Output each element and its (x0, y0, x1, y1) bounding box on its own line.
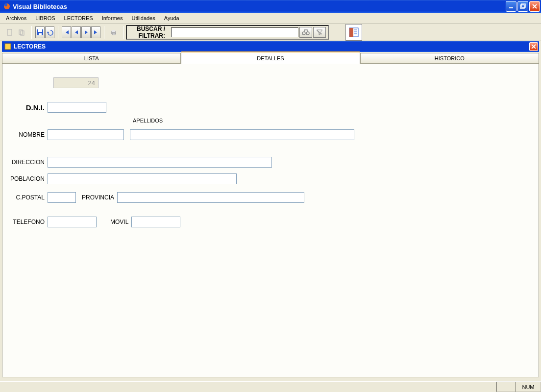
poblacion-input[interactable] (48, 173, 237, 184)
new-button[interactable] (4, 26, 16, 38)
svg-rect-21 (5, 44, 11, 49)
search-input[interactable] (171, 27, 298, 37)
svg-point-15 (306, 32, 309, 35)
search-panel: BUSCAR / FILTRAR: (126, 25, 329, 40)
label-cpostal: C.POSTAL (8, 194, 48, 201)
label-nombre: NOMBRE (8, 131, 48, 138)
prev-record-button[interactable] (72, 26, 81, 38)
app-icon (3, 2, 11, 10)
menu-lectores[interactable]: LECTORES (60, 14, 97, 22)
subwindow-icon (4, 43, 12, 50)
movil-input[interactable] (131, 217, 180, 227)
save-button[interactable] (35, 26, 45, 38)
first-record-button[interactable] (62, 26, 71, 38)
svg-rect-2 (509, 7, 513, 8)
tab-detalles[interactable]: DETALLES (181, 52, 360, 65)
print-button[interactable] (108, 26, 120, 38)
label-provincia: PROVINCIA (79, 194, 117, 201)
subwindow-title: LECTORES (14, 43, 529, 50)
close-button[interactable] (529, 1, 540, 12)
svg-point-1 (4, 3, 7, 6)
maximize-button[interactable] (517, 1, 528, 12)
menubar: Archivos LIBROS LECTORES Informes Utilid… (0, 13, 541, 24)
undo-button[interactable] (45, 26, 54, 38)
menu-archivos[interactable]: Archivos (2, 14, 30, 22)
subwindow-close-button[interactable] (529, 42, 538, 51)
sub-titlebar: LECTORES (2, 41, 539, 52)
last-record-button[interactable] (91, 26, 100, 38)
menu-utilidades[interactable]: Utilidades (127, 14, 159, 22)
search-binoculars-button[interactable] (299, 27, 312, 38)
label-poblacion: POBLACION (8, 175, 48, 182)
direccion-input[interactable] (48, 157, 272, 168)
clear-filter-button[interactable] (313, 27, 326, 38)
list-view-button[interactable] (345, 24, 362, 41)
telefono-input[interactable] (48, 217, 97, 227)
cpostal-input[interactable] (48, 192, 76, 203)
apellidos-input[interactable] (130, 129, 354, 140)
label-direccion: DIRECCION (8, 159, 48, 166)
label-apellidos: APELLIDOS (133, 118, 163, 123)
svg-rect-12 (112, 30, 115, 32)
toolbar: BUSCAR / FILTRAR: (0, 24, 541, 41)
nombre-input[interactable] (48, 129, 124, 140)
provincia-input[interactable] (117, 192, 304, 203)
label-telefono: TELEFONO (8, 219, 48, 225)
svg-point-14 (302, 32, 305, 35)
label-movil: MOVIL (110, 219, 131, 225)
tab-historico[interactable]: HISTORICO (360, 53, 539, 64)
svg-rect-3 (520, 5, 524, 8)
next-record-button[interactable] (81, 26, 91, 38)
copy-button[interactable] (16, 26, 28, 38)
dni-input[interactable] (48, 102, 106, 113)
tab-lista[interactable]: LISTA (2, 53, 181, 64)
label-dni: D.N.I. (8, 103, 48, 112)
svg-rect-9 (38, 29, 42, 32)
svg-rect-5 (7, 29, 12, 35)
svg-rect-17 (349, 28, 353, 37)
subwindow: LECTORES LISTA DETALLES HISTORICO D.N.I.… (2, 41, 539, 377)
titlebar: Visual Bibliotecas (0, 0, 541, 13)
form-area: D.N.I. APELLIDOS NOMBRE DIRECCION POBLAC… (2, 64, 539, 377)
svg-rect-4 (521, 4, 525, 7)
status-numlock: NUM (516, 382, 541, 392)
app-title: Visual Bibliotecas (13, 3, 506, 10)
menu-libros[interactable]: LIBROS (31, 14, 59, 22)
status-cell-empty (496, 382, 516, 392)
statusbar: NUM (0, 381, 541, 392)
minimize-button[interactable] (506, 1, 516, 12)
menu-informes[interactable]: Informes (98, 14, 127, 22)
search-label: BUSCAR / FILTRAR: (129, 25, 168, 39)
menu-ayuda[interactable]: Ayuda (160, 14, 183, 22)
id-field (53, 77, 98, 88)
svg-rect-13 (112, 33, 115, 35)
svg-rect-10 (39, 33, 42, 35)
tabstrip: LISTA DETALLES HISTORICO (2, 52, 539, 64)
